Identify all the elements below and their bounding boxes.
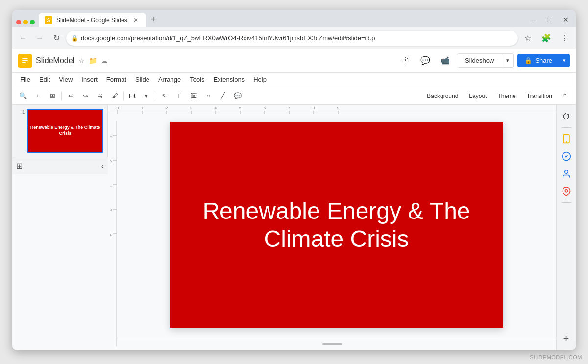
svg-rect-3	[22, 62, 26, 63]
grid-view-button[interactable]: ⊞	[16, 161, 23, 170]
header-actions: ⏱ 💬 📹 Slideshow ▾ 🔒 Share ▾	[398, 53, 570, 69]
collapse-toolbar-button[interactable]: ⌃	[558, 89, 572, 103]
svg-text:8: 8	[313, 106, 315, 110]
zoom-dropdown-button[interactable]: ▾	[139, 89, 153, 103]
menu-tools[interactable]: Tools	[186, 74, 208, 85]
slide-main-text: Renewable Energy & The Climate Crisis	[202, 197, 470, 253]
line-tool-button[interactable]: ╱	[216, 89, 230, 103]
menu-button[interactable]: ⋮	[558, 31, 572, 45]
bottom-indicator	[322, 343, 342, 345]
share-group: 🔒 Share ▾	[517, 54, 570, 67]
close-window-btn[interactable]	[16, 20, 21, 24]
window-controls: ─ □ ✕	[528, 15, 572, 27]
menu-extensions[interactable]: Extensions	[210, 74, 249, 85]
browser-window: S SlideModel - Google Slides ✕ + ─ □ ✕ ←…	[12, 10, 576, 350]
menu-format[interactable]: Format	[102, 74, 130, 85]
back-button[interactable]: ←	[16, 31, 30, 45]
slide-panel: 1 Renewable Energy & The Climate Crisis	[12, 105, 108, 157]
menu-file[interactable]: File	[16, 74, 34, 85]
slide-panel-bottom: ⊞ ‹	[12, 157, 108, 174]
menu-bar: File Edit View Insert Format Slide Arran…	[12, 73, 576, 87]
refresh-button[interactable]: ↻	[49, 31, 63, 45]
menu-arrange[interactable]: Arrange	[154, 74, 185, 85]
comment-tool-button[interactable]: 💬	[231, 89, 245, 103]
folder-icon[interactable]: 📁	[89, 57, 97, 65]
new-tab-button[interactable]: +	[147, 14, 160, 27]
minimize-window-btn[interactable]	[23, 20, 28, 24]
text-tool-button[interactable]: T	[172, 89, 186, 103]
slideshow-group: Slideshow ▾	[457, 53, 514, 68]
toolbar-separator-1	[61, 91, 62, 101]
address-input[interactable]	[66, 31, 518, 46]
contacts-sidebar-btn[interactable]	[559, 166, 574, 182]
forward-button[interactable]: →	[33, 31, 47, 45]
transition-button[interactable]: Transition	[522, 91, 557, 101]
print-button[interactable]: 🖨	[93, 89, 107, 103]
slide-1-wrapper: 1 Renewable Energy & The Climate Crisis	[16, 109, 103, 153]
layout-button[interactable]: Layout	[464, 91, 491, 101]
toolbar-separator-2	[123, 91, 124, 101]
star-icon[interactable]: ☆	[78, 57, 85, 65]
close-btn[interactable]: ✕	[560, 15, 572, 24]
svg-text:3: 3	[109, 185, 113, 187]
svg-text:2: 2	[166, 106, 168, 110]
maximize-btn[interactable]: □	[544, 15, 554, 24]
tab-label: SlideModel - Google Slides	[56, 17, 127, 24]
maps-sidebar-btn[interactable]	[559, 184, 574, 199]
menu-help[interactable]: Help	[249, 74, 270, 85]
slide-bottom-bar	[108, 338, 556, 350]
browser-window-controls	[16, 20, 35, 27]
theme-button[interactable]: Theme	[492, 91, 520, 101]
collapse-panel-button[interactable]: ‹	[101, 162, 104, 170]
select-tool-button[interactable]: ↖	[157, 89, 171, 103]
bookmark-button[interactable]: ☆	[521, 31, 535, 45]
watermark: SLIDEMODEL.COM	[530, 354, 582, 360]
rs-separator-2	[562, 202, 571, 203]
menu-insert[interactable]: Insert	[77, 74, 101, 85]
slideshow-dropdown-button[interactable]: ▾	[502, 53, 514, 68]
share-button[interactable]: 🔒 Share	[517, 54, 559, 67]
background-button[interactable]: Background	[422, 91, 463, 101]
slide-canvas-area[interactable]: Renewable Energy & The Climate Crisis	[117, 112, 556, 338]
right-sidebar: ⏱	[556, 105, 576, 350]
share-lock-icon: 🔒	[524, 57, 532, 64]
zoom-out-button[interactable]: 🔍	[16, 89, 30, 103]
share-dropdown-button[interactable]: ▾	[559, 54, 570, 67]
rs-separator-1	[562, 127, 571, 128]
slide-thumbnail-1[interactable]: Renewable Energy & The Climate Crisis	[27, 109, 103, 153]
extensions-button[interactable]: 🧩	[539, 31, 553, 45]
tab-bar: S SlideModel - Google Slides ✕ + ─ □ ✕	[12, 10, 576, 27]
zoom-in-button[interactable]: +	[31, 89, 45, 103]
svg-text:9: 9	[337, 106, 340, 110]
tasks-sidebar-btn[interactable]	[559, 148, 574, 164]
paint-format-button[interactable]: 🖌	[108, 89, 122, 103]
comments-button[interactable]: 💬	[417, 53, 433, 69]
history-button[interactable]: ⏱	[398, 53, 414, 69]
minimize-btn[interactable]: ─	[528, 15, 539, 24]
image-tool-button[interactable]: 🖼	[187, 89, 200, 103]
toggle-slideshow-button[interactable]: ⊞	[46, 89, 59, 103]
cloud-icon[interactable]: ☁	[101, 57, 108, 65]
slideshow-button[interactable]: Slideshow	[457, 53, 502, 68]
tab-close-icon[interactable]: ✕	[131, 16, 140, 24]
meet-button[interactable]: 📹	[437, 53, 453, 69]
shape-tool-button[interactable]: ○	[201, 89, 215, 103]
maximize-window-btn[interactable]	[30, 20, 35, 24]
zoom-level-button[interactable]: Fit	[126, 92, 138, 100]
svg-text:3: 3	[190, 106, 193, 110]
history-sidebar-btn[interactable]: ⏱	[559, 109, 574, 124]
keep-sidebar-btn[interactable]	[559, 131, 574, 146]
menu-slide[interactable]: Slide	[131, 74, 153, 85]
menu-view[interactable]: View	[55, 74, 76, 85]
redo-button[interactable]: ↪	[78, 89, 92, 103]
add-sidebar-btn[interactable]: +	[559, 331, 574, 346]
active-tab[interactable]: S SlideModel - Google Slides ✕	[39, 13, 146, 27]
svg-text:2: 2	[109, 160, 113, 163]
toolbar: 🔍 + ⊞ ↩ ↪ 🖨 🖌 Fit ▾ ↖ T 🖼 ○ ╱ 💬 Backgrou…	[12, 87, 576, 105]
undo-button[interactable]: ↩	[64, 89, 77, 103]
slide-canvas[interactable]: Renewable Energy & The Climate Crisis	[170, 122, 503, 328]
doc-title: SlideModel	[36, 56, 74, 65]
slide-panel-container: 1 Renewable Energy & The Climate Crisis …	[12, 105, 108, 350]
menu-edit[interactable]: Edit	[35, 74, 54, 85]
svg-rect-2	[22, 60, 28, 61]
